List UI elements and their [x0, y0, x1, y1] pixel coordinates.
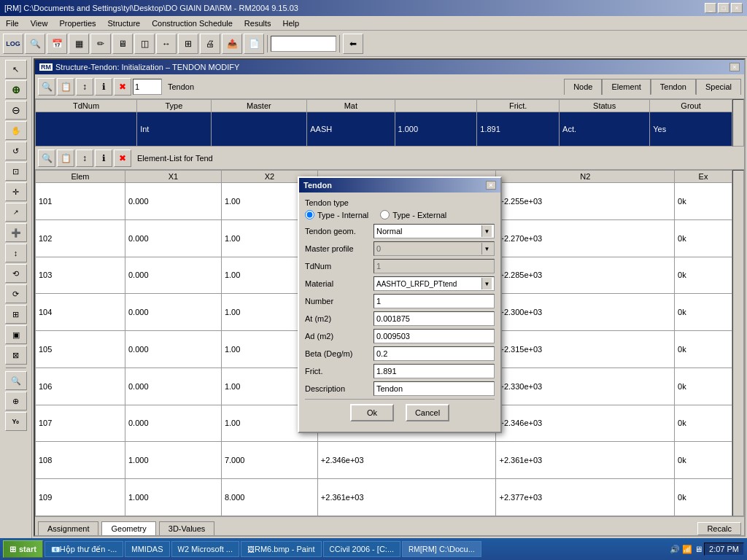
cross-tool[interactable]: ✛ [5, 182, 27, 201]
tool-12[interactable]: ⊞ [5, 305, 27, 324]
material-value: AASHTO_LRFD_PTtend [376, 280, 457, 288]
master-profile-row: Master profile 0 ▼ [305, 241, 495, 256]
back-button[interactable]: ⬅ [343, 34, 363, 54]
tool-9[interactable]: ↕ [5, 244, 27, 262]
tool-11[interactable]: ⟳ [5, 284, 27, 303]
radio-group: Type - Internal Type - External [305, 210, 495, 219]
section-label: Tendon type [305, 198, 495, 207]
material-row: Material AASHTO_LRFD_PTtend ▼ [305, 276, 495, 291]
title-bar-controls: _ □ × [705, 3, 743, 13]
tool-10[interactable]: ⟲ [5, 264, 27, 283]
start-label: start [19, 545, 36, 553]
taskbar-item-2[interactable]: M MIDAS [125, 541, 169, 557]
separator2 [339, 35, 340, 52]
material-arrow[interactable]: ▼ [481, 278, 492, 289]
tdnum-row: TdNum [305, 259, 495, 273]
tool-15[interactable]: 🔍 [5, 371, 27, 390]
export-button[interactable]: 📤 [222, 34, 242, 54]
taskbar-item-3[interactable]: W 2 Microsoft ... [171, 541, 239, 557]
radio-internal[interactable]: Type - Internal [305, 210, 368, 219]
material-combo[interactable]: AASHTO_LRFD_PTtend ▼ [374, 276, 495, 291]
pan-tool[interactable]: ✋ [5, 121, 27, 140]
separator-side [6, 368, 26, 368]
at-row: At (m2) [305, 311, 495, 326]
menu-construction[interactable]: Construction Schedule [149, 18, 236, 29]
menu-view[interactable]: View [28, 18, 51, 29]
arrow-button[interactable]: ↔ [156, 34, 177, 54]
tendon-geom-combo[interactable]: Normal ▼ [374, 224, 495, 238]
tendon-modal: Tendon × Tendon type Type - Internal [298, 176, 502, 433]
log-button[interactable]: LOG [3, 34, 23, 54]
cancel-button[interactable]: Cancel [406, 404, 449, 421]
inner-window: RM Structure-Tendon: Initialization – TE… [34, 58, 746, 537]
modal-buttons: Ok Cancel [305, 399, 495, 426]
ad-row: Ad (m2) [305, 329, 495, 343]
grid-button[interactable]: ⊞ [178, 34, 198, 54]
tdnum-label: TdNum [305, 262, 371, 271]
zoom-out-tool[interactable]: ⊖ [5, 101, 27, 120]
zoom-button[interactable]: 🔍 [25, 34, 45, 54]
tool-14[interactable]: ⊠ [5, 346, 27, 365]
taskbar-item-6[interactable]: RM [RM] C:\Docu... [402, 541, 481, 557]
left-sidebar: ↖ ⊕ ⊖ ✋ ↺ ⊡ ✛ ↗ ➕ ↕ ⟲ ⟳ ⊞ ▣ ⊠ 🔍 ⊕ Y₀ [0, 57, 32, 538]
taskbar-right: 🔊 📶 🖥 2:07 PM [670, 542, 744, 556]
tendon-geom-row: Tendon geom. Normal ▼ [305, 224, 495, 238]
menu-properties[interactable]: Properties [56, 18, 98, 29]
default-combo[interactable]: DEFAULT [271, 36, 336, 52]
start-button[interactable]: ⊞ start [3, 540, 43, 558]
menu-help[interactable]: Help [280, 18, 303, 29]
master-profile-value: 0 [376, 244, 381, 253]
ad-field[interactable] [374, 329, 495, 343]
taskbar-item-4[interactable]: 🖼 RM6.bmp - Paint [241, 541, 322, 557]
menu-file[interactable]: File [3, 18, 22, 29]
master-profile-arrow[interactable]: ▼ [481, 243, 492, 254]
cursor-tool[interactable]: ↗ [5, 203, 27, 222]
ad-label: Ad (m2) [305, 332, 371, 341]
tool-16[interactable]: ⊕ [5, 392, 27, 411]
modal-overlay: Tendon × Tendon type Type - Internal [35, 60, 744, 535]
master-profile-combo[interactable]: 0 ▼ [374, 241, 495, 256]
calendar-button[interactable]: 📅 [47, 34, 67, 54]
tool6-button[interactable]: ◫ [134, 34, 155, 54]
rotate-tool[interactable]: ↺ [5, 141, 27, 160]
minimize-button[interactable]: _ [705, 3, 716, 13]
maximize-button[interactable]: □ [718, 3, 729, 13]
ok-button[interactable]: Ok [350, 404, 394, 421]
table-button[interactable]: ▦ [69, 34, 89, 54]
close-button[interactable]: × [731, 3, 743, 13]
pencil-button[interactable]: ✏ [90, 34, 111, 54]
tendon-type-section: Tendon type Type - Internal Type - Exter… [305, 198, 495, 219]
fit-tool[interactable]: ⊡ [5, 162, 27, 181]
select-tool[interactable]: ↖ [5, 60, 27, 79]
material-label: Material [305, 279, 371, 288]
tool-13[interactable]: ▣ [5, 325, 27, 344]
tool-17[interactable]: Y₀ [5, 412, 27, 431]
tendon-geom-arrow[interactable]: ▼ [481, 225, 492, 237]
tdnum-field [374, 259, 495, 273]
tendon-geom-label: Tendon geom. [305, 227, 371, 236]
frict-field[interactable] [374, 364, 495, 378]
description-field[interactable] [374, 381, 495, 396]
description-row: Description [305, 381, 495, 396]
menu-structure[interactable]: Structure [105, 18, 144, 29]
windows-icon: ⊞ [9, 545, 16, 554]
tool5-button[interactable]: 🖥 [112, 34, 133, 54]
tool11-button[interactable]: 📄 [244, 34, 264, 54]
tendon-geom-value: Normal [376, 227, 402, 236]
taskbar-item-1[interactable]: 📧 Hộp thư đến -... [44, 541, 123, 557]
taskbar-item-5[interactable]: C Civil 2006 - [C:... [323, 541, 401, 557]
print-button[interactable]: 🖨 [200, 34, 220, 54]
radio-external[interactable]: Type - External [380, 210, 446, 219]
zoom-in-tool[interactable]: ⊕ [5, 80, 27, 99]
at-field[interactable] [374, 311, 495, 326]
clock: 2:07 PM [704, 542, 744, 556]
at-label: At (m2) [305, 314, 371, 323]
number-field[interactable] [374, 294, 495, 308]
modal-close-button[interactable]: × [486, 181, 496, 190]
frict-row: Frict. [305, 364, 495, 378]
main-title: [RM] C:\Documents and Settings\tyl\Deskt… [4, 4, 298, 12]
frict-label: Frict. [305, 367, 371, 376]
menu-results[interactable]: Results [241, 18, 274, 29]
add-tool[interactable]: ➕ [5, 223, 27, 242]
beta-field[interactable] [374, 346, 495, 361]
